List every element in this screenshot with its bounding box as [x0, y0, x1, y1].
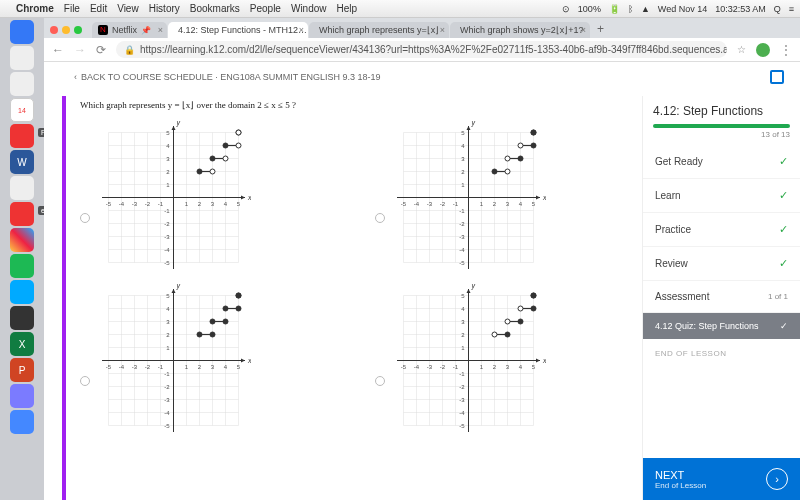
svg-text:-3: -3 — [132, 201, 138, 207]
svg-point-174 — [236, 306, 241, 311]
close-window-icon[interactable] — [50, 26, 58, 34]
sidebar-item-get-ready[interactable]: Get Ready ✓ — [643, 145, 800, 179]
menu-icon[interactable]: ≡ — [789, 4, 794, 14]
dock-mail-icon[interactable] — [10, 410, 34, 434]
dock-excel-icon[interactable]: X — [10, 332, 34, 356]
svg-text:-4: -4 — [459, 410, 465, 416]
back-to-schedule-link[interactable]: ‹ BACK TO COURSE SCHEDULE · ENG108A SUMM… — [74, 72, 381, 82]
svg-text:-5: -5 — [164, 423, 170, 429]
svg-text:-5: -5 — [164, 260, 170, 266]
option-b[interactable]: -5-5-4-4-3-3-2-2-1-11122334455xy — [375, 120, 630, 275]
svg-text:-2: -2 — [164, 221, 170, 227]
menu-view[interactable]: View — [117, 3, 139, 14]
mac-dock: 14 Fitness Pl ST_ED.doc W ess Plan U 9-1… — [0, 18, 44, 500]
bookmark-star-icon[interactable]: ☆ — [737, 44, 746, 55]
back-button[interactable]: ← — [52, 43, 64, 57]
tab-step-functions[interactable]: 4.12: Step Functions - MTH12… × — [168, 22, 308, 38]
app-name[interactable]: Chrome — [16, 3, 54, 14]
dock-spotify-icon[interactable] — [10, 254, 34, 278]
svg-text:y: y — [176, 283, 181, 290]
sidebar-item-assessment[interactable]: Assessment 1 of 1 — [643, 281, 800, 313]
sidebar-item-review[interactable]: Review ✓ — [643, 247, 800, 281]
menu-people[interactable]: People — [250, 3, 281, 14]
address-bar: ← → ⟳ 🔒 https://learning.k12.com/d2l/le/… — [44, 38, 800, 62]
svg-point-167 — [197, 332, 202, 337]
next-button[interactable]: NEXT End of Lesson › — [643, 458, 800, 500]
radio-a[interactable] — [80, 213, 90, 223]
url-text: https://learning.k12.com/d2l/le/sequence… — [140, 44, 727, 55]
dock-fitness-icon[interactable]: Fitness Pl ST_ED.doc — [10, 124, 34, 148]
extension-icon[interactable] — [756, 43, 770, 57]
arrow-right-icon: › — [766, 468, 788, 490]
svg-text:-3: -3 — [427, 364, 433, 370]
svg-text:-2: -2 — [145, 201, 151, 207]
maximize-icon[interactable] — [770, 70, 784, 84]
reload-button[interactable]: ⟳ — [96, 43, 106, 57]
check-icon: ✓ — [779, 155, 788, 168]
minimize-window-icon[interactable] — [62, 26, 70, 34]
svg-text:-1: -1 — [453, 364, 459, 370]
dock-doc3-icon[interactable] — [10, 176, 34, 200]
menu-dots-icon[interactable]: ⋮ — [780, 43, 792, 57]
svg-text:-1: -1 — [158, 201, 164, 207]
tab-graph-2[interactable]: Which graph shows y=2⌊x⌋+1? × — [450, 22, 590, 38]
dock-doc-icon[interactable] — [10, 46, 34, 70]
svg-text:-5: -5 — [106, 201, 112, 207]
menu-help[interactable]: Help — [337, 3, 358, 14]
dock-cal-icon[interactable]: 14 — [10, 98, 34, 122]
bluetooth-icon[interactable]: ᛒ — [628, 4, 633, 14]
dock-app-icon[interactable] — [10, 384, 34, 408]
svg-text:-3: -3 — [427, 201, 433, 207]
wifi-icon[interactable]: ▲ — [641, 4, 650, 14]
menu-history[interactable]: History — [149, 3, 180, 14]
sidebar-quiz-item[interactable]: 4.12 Quiz: Step Functions ✓ — [643, 313, 800, 339]
dock-safari-icon[interactable] — [10, 280, 34, 304]
dock-finder-icon[interactable] — [10, 20, 34, 44]
sidebar-item-learn[interactable]: Learn ✓ — [643, 179, 800, 213]
option-a[interactable]: -5-5-4-4-3-3-2-2-1-11122334455xy — [80, 120, 335, 275]
dock-terminal-icon[interactable] — [10, 306, 34, 330]
maximize-window-icon[interactable] — [74, 26, 82, 34]
svg-text:-2: -2 — [459, 221, 465, 227]
window-controls[interactable] — [50, 26, 82, 38]
svg-text:3: 3 — [506, 201, 510, 207]
dock-word-icon[interactable]: W — [10, 150, 34, 174]
new-tab-button[interactable]: + — [591, 20, 610, 38]
screencast-icon[interactable]: ⊙ — [562, 4, 570, 14]
menu-file[interactable]: File — [64, 3, 80, 14]
end-of-lesson-label: END OF LESSON — [643, 339, 800, 368]
url-field[interactable]: 🔒 https://learning.k12.com/d2l/le/sequen… — [116, 41, 727, 58]
close-tab-icon[interactable]: × — [158, 25, 163, 35]
menu-window[interactable]: Window — [291, 3, 327, 14]
sidebar-item-label: Learn — [655, 190, 681, 201]
svg-text:x: x — [247, 357, 251, 364]
radio-b[interactable] — [375, 213, 385, 223]
tab-label: Which graph shows y=2⌊x⌋+1? — [460, 25, 584, 35]
option-c[interactable]: -5-5-4-4-3-3-2-2-1-11122334455xy — [80, 283, 335, 438]
dock-doc2-icon[interactable] — [10, 72, 34, 96]
accent-bar — [62, 96, 66, 500]
progress-bar — [653, 124, 790, 128]
tab-graph-1[interactable]: Which graph represents y=⌊x⌋ × — [309, 22, 449, 38]
menu-edit[interactable]: Edit — [90, 3, 107, 14]
close-tab-icon[interactable]: × — [581, 25, 586, 35]
svg-text:-2: -2 — [440, 201, 446, 207]
spotlight-icon[interactable]: Q — [774, 4, 781, 14]
radio-d[interactable] — [375, 376, 385, 386]
svg-text:-5: -5 — [106, 364, 112, 370]
dock-plan-icon[interactable]: ess Plan U 9-18.docx — [10, 202, 34, 226]
close-tab-icon[interactable]: × — [440, 25, 445, 35]
dock-ppt-icon[interactable]: P — [10, 358, 34, 382]
menu-bookmarks[interactable]: Bookmarks — [190, 3, 240, 14]
option-d[interactable]: -5-5-4-4-3-3-2-2-1-11122334455xy — [375, 283, 630, 438]
dock-photos-icon[interactable] — [10, 228, 34, 252]
svg-text:1: 1 — [185, 201, 189, 207]
sidebar-item-practice[interactable]: Practice ✓ — [643, 213, 800, 247]
radio-c[interactable] — [80, 376, 90, 386]
tab-netflix[interactable]: N Netflix 📌 × — [92, 22, 167, 38]
date-text: Wed Nov 14 — [658, 4, 707, 14]
close-tab-icon[interactable]: × — [299, 25, 304, 35]
forward-button[interactable]: → — [74, 43, 86, 57]
svg-text:3: 3 — [506, 364, 510, 370]
svg-text:-1: -1 — [459, 371, 465, 377]
